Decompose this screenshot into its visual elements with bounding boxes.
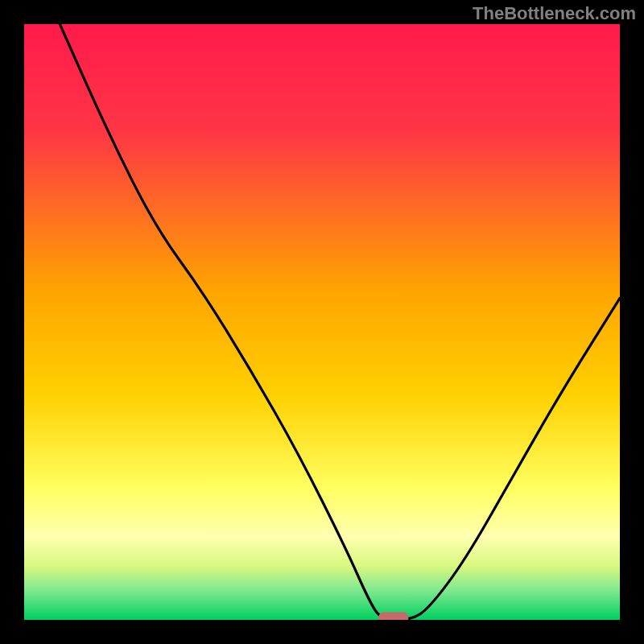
optimal-marker [378,613,408,620]
plot-area [24,24,620,620]
chart-frame: TheBottleneck.com [0,0,644,644]
chart-svg [24,24,620,620]
gradient-background [24,24,620,620]
watermark-text: TheBottleneck.com [473,3,636,24]
